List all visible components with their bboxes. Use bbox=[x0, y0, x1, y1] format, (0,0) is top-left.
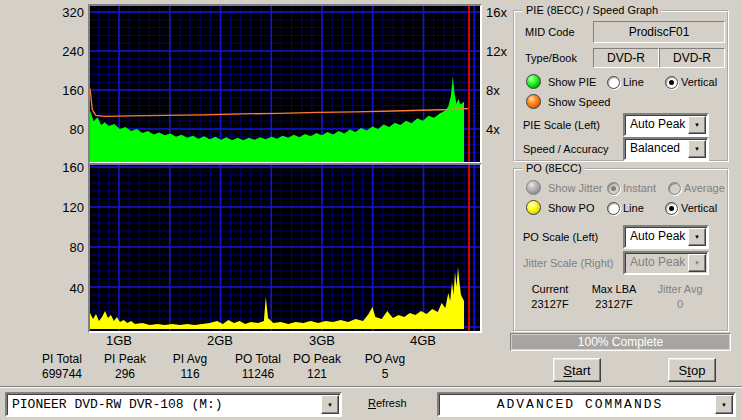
po-groupbox-title: PO (8ECC) bbox=[523, 162, 585, 174]
pie-ytick-80: 80 bbox=[38, 122, 84, 137]
pie-vertical-radio[interactable] bbox=[665, 76, 678, 89]
po-vertical-label[interactable]: Vertical bbox=[681, 202, 717, 214]
mid-code-label: MID Code bbox=[525, 26, 575, 38]
po-line-radio[interactable] bbox=[607, 202, 620, 215]
stat-po-avg-value: 5 bbox=[340, 367, 430, 381]
current-label: Current bbox=[519, 283, 581, 295]
speed-ytick-12x: 12x bbox=[486, 44, 507, 59]
jitter-average-label: Average bbox=[684, 182, 725, 194]
jitter-avg-label: Jitter Avg bbox=[649, 283, 711, 295]
pie-line-label[interactable]: Line bbox=[623, 76, 644, 88]
show-jitter-label: Show Jitter bbox=[548, 182, 602, 194]
pie-line-radio[interactable] bbox=[607, 76, 620, 89]
type-value-1-box: DVD-R bbox=[593, 48, 659, 68]
max-lba-value: 23127F bbox=[583, 298, 645, 310]
drive-select-dropdown[interactable]: PIONEER DVD-RW DVR-108 (M:) ▼ bbox=[5, 392, 342, 417]
advanced-commands-dropdown[interactable]: ADVANCED COMMANDS ▼ bbox=[437, 392, 736, 417]
po-ytick-160: 160 bbox=[38, 160, 84, 175]
po-scale-dropdown-arrow-icon[interactable]: ▼ bbox=[688, 228, 706, 246]
po-line-label[interactable]: Line bbox=[623, 202, 644, 214]
xtick-1gb: 1GB bbox=[89, 333, 149, 348]
scan-progress-text: 100% Complete bbox=[511, 334, 730, 350]
type-value-2-box: DVD-R bbox=[659, 48, 725, 68]
refresh-button[interactable]: Refresh bbox=[368, 397, 407, 409]
jitter-scale-dropdown: Auto Peak ▼ bbox=[623, 251, 709, 275]
xtick-2gb: 2GB bbox=[190, 333, 250, 348]
jitter-average-radio bbox=[668, 182, 681, 195]
speed-accuracy-label: Speed / Accuracy bbox=[523, 143, 609, 155]
jitter-instant-radio bbox=[607, 182, 620, 195]
show-speed-led-icon[interactable] bbox=[526, 94, 541, 109]
show-po-label: Show PO bbox=[548, 202, 594, 214]
show-pie-label: Show PIE bbox=[548, 76, 596, 88]
pie-scale-label: PIE Scale (Left) bbox=[523, 119, 600, 131]
pie-speed-graph-canvas bbox=[90, 6, 480, 162]
show-speed-label: Show Speed bbox=[548, 96, 610, 108]
pie-ytick-320: 320 bbox=[38, 5, 84, 20]
pie-scale-dropdown[interactable]: Auto Peak ▼ bbox=[623, 113, 709, 137]
disc-quality-app-window: { "chart_data": { "xticks": ["1GB", "2GB… bbox=[0, 0, 742, 420]
jitter-avg-value: 0 bbox=[649, 298, 711, 310]
po-ytick-40: 40 bbox=[38, 281, 84, 296]
drive-select-value: PIONEER DVD-RW DVR-108 (M:) bbox=[12, 397, 322, 412]
po-graph bbox=[88, 163, 482, 333]
pie-vertical-label[interactable]: Vertical bbox=[681, 76, 717, 88]
po-scale-dropdown[interactable]: Auto Peak ▼ bbox=[623, 225, 709, 249]
po-ytick-120: 120 bbox=[38, 200, 84, 215]
max-lba-label: Max LBA bbox=[583, 283, 645, 295]
pie-ytick-240: 240 bbox=[38, 44, 84, 59]
pie-speed-groupbox: PIE (8ECC) / Speed Graph MID Code Prodis… bbox=[513, 10, 729, 162]
pie-groupbox-title: PIE (8ECC) / Speed Graph bbox=[523, 4, 661, 16]
po-groupbox: PO (8ECC) Show Jitter Instant Average Sh… bbox=[513, 168, 729, 332]
speed-ytick-8x: 8x bbox=[486, 83, 500, 98]
po-vertical-radio[interactable] bbox=[665, 202, 678, 215]
bottom-bar-divider bbox=[0, 386, 742, 388]
scan-progress-bar: 100% Complete bbox=[510, 333, 731, 351]
pie-ytick-160: 160 bbox=[38, 83, 84, 98]
pie-scale-dropdown-arrow-icon[interactable]: ▼ bbox=[688, 116, 706, 134]
show-pie-led-icon[interactable] bbox=[526, 74, 541, 89]
pie-scale-value: Auto Peak bbox=[630, 117, 689, 131]
speed-accuracy-dropdown-arrow-icon[interactable]: ▼ bbox=[688, 140, 706, 158]
speed-ytick-16x: 16x bbox=[486, 5, 507, 20]
stop-button[interactable]: Stop bbox=[668, 358, 716, 382]
jitter-scale-value: Auto Peak bbox=[630, 255, 689, 269]
xtick-4gb: 4GB bbox=[393, 333, 453, 348]
po-graph-canvas bbox=[90, 165, 480, 331]
speed-accuracy-value: Balanced bbox=[630, 141, 689, 155]
speed-ytick-4x: 4x bbox=[486, 122, 500, 137]
show-po-led-icon[interactable] bbox=[526, 200, 541, 215]
po-ytick-80: 80 bbox=[38, 240, 84, 255]
po-scale-value: Auto Peak bbox=[630, 229, 689, 243]
type-book-label: Type/Book bbox=[525, 52, 577, 64]
xtick-3gb: 3GB bbox=[292, 333, 352, 348]
advanced-commands-dropdown-arrow-icon[interactable]: ▼ bbox=[715, 395, 733, 414]
speed-accuracy-dropdown[interactable]: Balanced ▼ bbox=[623, 137, 709, 161]
advanced-commands-value: ADVANCED COMMANDS bbox=[444, 397, 716, 412]
drive-select-dropdown-arrow-icon[interactable]: ▼ bbox=[321, 395, 339, 414]
show-jitter-led-icon bbox=[526, 180, 541, 195]
jitter-scale-dropdown-arrow-icon: ▼ bbox=[688, 254, 706, 272]
stat-po-avg-label: PO Avg bbox=[340, 352, 430, 366]
start-button[interactable]: Start bbox=[553, 358, 601, 382]
jitter-instant-label: Instant bbox=[623, 182, 656, 194]
jitter-scale-label: Jitter Scale (Right) bbox=[523, 257, 613, 269]
po-scale-label: PO Scale (Left) bbox=[523, 231, 598, 243]
current-value: 23127F bbox=[519, 298, 581, 310]
pie-speed-graph bbox=[88, 4, 482, 164]
mid-code-value-box: ProdiscF01 bbox=[593, 21, 725, 43]
